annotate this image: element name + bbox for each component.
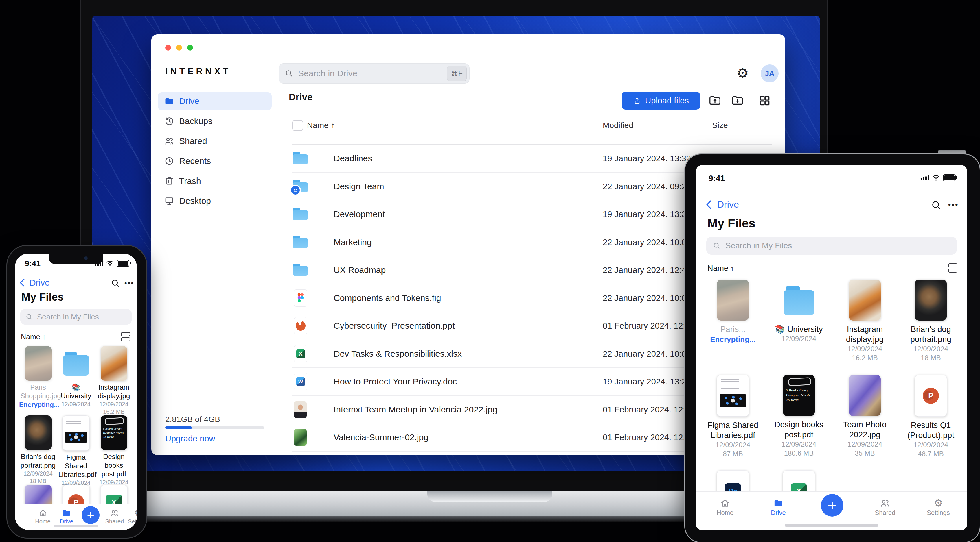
search-bar[interactable] (20, 309, 132, 325)
sort-by-name[interactable]: Name ↑ (21, 333, 46, 341)
file-thumbnail (783, 279, 815, 320)
history-icon (164, 116, 175, 126)
file-thumbnail (717, 279, 749, 320)
sidebar-item-drive[interactable]: Drive (158, 92, 272, 110)
search-input[interactable] (725, 241, 929, 250)
tab-drive[interactable]: Drive (771, 498, 786, 517)
status-icons (921, 174, 956, 181)
column-header-size[interactable]: Size (712, 121, 728, 130)
search-input[interactable] (37, 312, 121, 322)
file-name: Instagram display.jpg (96, 383, 132, 400)
file-icon (292, 206, 309, 223)
column-header-modified[interactable]: Modified (603, 121, 633, 130)
upload-folder-button[interactable] (708, 94, 722, 107)
file-date: 12/09/2024 (95, 400, 133, 408)
file-size: 180.6 MB (766, 448, 832, 458)
tab-label: Drive (771, 509, 786, 517)
grid-item[interactable]: Figma Shared Libraries.pdf 12/09/2024 87… (57, 415, 95, 485)
tab-home[interactable]: Home (717, 498, 734, 517)
grid-item[interactable]: Instagram display.jpg 12/09/2024 16.2 MB (95, 346, 133, 415)
file-size: 18 MB (898, 353, 964, 362)
file-name: UX Roadmap (334, 265, 386, 275)
file-name: Brian's dog portrait.png (21, 452, 56, 470)
search-button[interactable] (111, 278, 120, 288)
tab-home[interactable]: Home (35, 509, 50, 525)
file-thumbnail (101, 346, 127, 381)
file-name: Internxt Team Meetup in Valencia 2022.jp… (334, 405, 497, 415)
grid-item[interactable]: Paris... Encrypting... (700, 279, 766, 375)
more-options-button[interactable]: ••• (948, 200, 959, 209)
folder-icon (164, 96, 175, 106)
zoom-window-button[interactable] (187, 45, 193, 51)
search-icon (25, 313, 33, 320)
back-button[interactable]: Drive (708, 199, 739, 210)
back-label: Drive (30, 278, 50, 288)
tab-settings[interactable]: ⚙ Settings (128, 508, 137, 525)
wifi-icon (106, 260, 114, 266)
grid-view-toggle[interactable] (758, 94, 772, 107)
grid-item[interactable]: Results Q1 (Product).ppt 12/09/2024 48.7… (898, 375, 964, 470)
tab-settings[interactable]: ⚙ Settings (927, 498, 950, 517)
list-view-toggle[interactable] (948, 263, 958, 273)
avatar[interactable]: JA (760, 65, 779, 82)
grid-item[interactable]: 📚 University 12/09/2024 (766, 279, 832, 375)
home-indicator (54, 525, 98, 527)
back-button[interactable]: Drive (21, 278, 50, 288)
file-icon (292, 178, 309, 195)
add-button[interactable]: + (81, 506, 100, 524)
file-date: 12/09/2024 (832, 440, 898, 448)
file-icon (294, 289, 307, 307)
file-date: 12/09/2024 (766, 334, 832, 343)
file-icon (292, 234, 309, 251)
select-all-checkbox[interactable] (292, 120, 303, 131)
grid-item[interactable]: Instagram display.jpg 12/09/2024 16.2 MB (832, 279, 898, 375)
grid-item[interactable]: Team Photo 2022.jpg 12/09/2024 35 MB (832, 375, 898, 470)
close-window-button[interactable] (165, 45, 171, 51)
more-options-button[interactable]: ••• (124, 279, 134, 287)
list-view-toggle[interactable] (121, 332, 130, 341)
file-modified: 22 January 2024. 10:08 (603, 237, 691, 247)
file-thumbnail (849, 279, 881, 320)
upload-files-button[interactable]: Upload files (622, 92, 700, 109)
file-modified: 22 January 2024. 10:08 (603, 349, 691, 358)
file-thumbnail (25, 346, 51, 381)
folder-icon (62, 509, 71, 518)
settings-gear-icon[interactable]: ⚙ (737, 65, 749, 81)
file-date: 12/09/2024 (700, 440, 766, 449)
file-size: 48.7 MB (898, 449, 964, 458)
search-button[interactable] (931, 200, 942, 211)
file-date: 12/09/2024 (898, 440, 964, 449)
folder-icon (773, 498, 784, 509)
tab-shared[interactable]: Shared (105, 509, 124, 525)
file-date: 12/09/2024 (57, 400, 95, 408)
grid-item[interactable]: Figma Shared Libraries.pdf 12/09/2024 87… (700, 375, 766, 470)
folder-emoji: 📚 (72, 383, 80, 391)
grid-item[interactable]: 5 Books Every Designer Needs To Read Des… (766, 375, 832, 470)
tab-drive[interactable]: Drive (60, 509, 73, 525)
file-thumbnail (915, 375, 947, 417)
search-icon (111, 278, 120, 288)
new-folder-button[interactable] (730, 94, 745, 107)
minimize-window-button[interactable] (176, 45, 182, 51)
grid-item[interactable]: Brian's dog portrait.png 12/09/2024 18 M… (19, 415, 57, 485)
file-date: 12/09/2024 (832, 344, 898, 353)
internxt-logo: INTERNXT (165, 66, 231, 77)
file-name: Paris Shopping.jpg (21, 383, 56, 400)
iphone-frame: 9:41 Drive ••• My Files Name ↑ (6, 245, 147, 539)
search-input[interactable] (298, 68, 434, 79)
column-header-name[interactable]: Name ↑ (307, 121, 335, 130)
file-name: Instagram display.jpg (837, 324, 892, 344)
drive-search-bar[interactable]: ⌘F (278, 63, 469, 84)
grid-item[interactable]: Brian's dog portrait.png 12/09/2024 18 M… (898, 279, 964, 375)
grid-item[interactable]: Paris Shopping.jpg Encrypting... (19, 346, 57, 415)
search-bar[interactable] (706, 237, 957, 255)
search-icon (713, 242, 721, 250)
tab-shared[interactable]: Shared (875, 498, 896, 517)
sort-by-name[interactable]: Name ↑ (708, 264, 734, 273)
gear-icon: ⚙ (128, 508, 137, 518)
grid-item[interactable]: 📚 University 12/09/2024 (57, 346, 95, 415)
header-divider (151, 87, 785, 88)
grid-item[interactable]: 5 Books Every Designer Needs To Read Des… (95, 415, 133, 485)
sidebar-item-backups[interactable]: Backups (158, 112, 272, 130)
add-button[interactable]: + (821, 494, 843, 517)
